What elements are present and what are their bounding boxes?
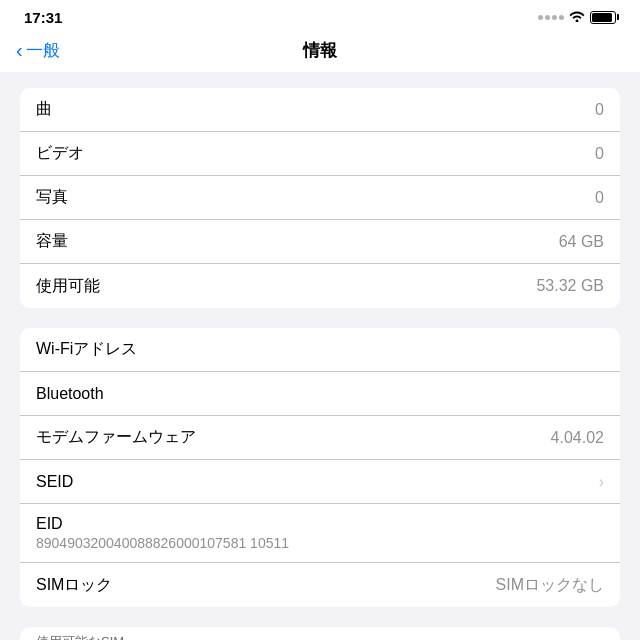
videos-value: 0 — [595, 145, 604, 163]
section-sim: 使用可能なSIM IMEI 35 737209 226007 6 IMEI2 3… — [20, 627, 620, 640]
bluetooth-label: Bluetooth — [36, 385, 104, 403]
eid-label: EID — [36, 515, 63, 533]
seid-label: SEID — [36, 473, 73, 491]
row-bluetooth: Bluetooth — [20, 372, 620, 416]
photos-label: 写真 — [36, 187, 68, 208]
row-seid[interactable]: SEID › — [20, 460, 620, 504]
status-icons — [538, 9, 616, 25]
row-available: 使用可能 53.32 GB — [20, 264, 620, 308]
phone-frame: 17:31 ‹ 一般 情報 — [0, 0, 640, 640]
photos-value: 0 — [595, 189, 604, 207]
seid-chevron-icon: › — [599, 473, 604, 491]
songs-value: 0 — [595, 101, 604, 119]
row-eid: EID 890490320040088826000107581 10511 — [20, 504, 620, 563]
back-arrow-icon: ‹ — [16, 40, 23, 60]
row-wifi-address: Wi-Fiアドレス — [20, 328, 620, 372]
section-network: Wi-Fiアドレス Bluetooth モデムファームウェア 4.04.02 S… — [20, 328, 620, 607]
status-time: 17:31 — [24, 9, 62, 26]
eid-value: 890490320040088826000107581 10511 — [36, 535, 289, 551]
back-button[interactable]: ‹ 一般 — [16, 39, 60, 62]
signal-dots-icon — [538, 15, 564, 20]
wifi-icon — [569, 9, 585, 25]
status-bar: 17:31 — [0, 0, 640, 32]
row-modem-firmware: モデムファームウェア 4.04.02 — [20, 416, 620, 460]
available-value: 53.32 GB — [536, 277, 604, 295]
capacity-value: 64 GB — [559, 233, 604, 251]
row-capacity: 容量 64 GB — [20, 220, 620, 264]
videos-label: ビデオ — [36, 143, 84, 164]
section-media-storage: 曲 0 ビデオ 0 写真 0 容量 64 GB 使用可能 53.32 GB — [20, 88, 620, 308]
back-label: 一般 — [26, 39, 60, 62]
nav-title: 情報 — [303, 39, 337, 62]
battery-icon — [590, 11, 616, 24]
sim-lock-value: SIMロックなし — [496, 575, 604, 596]
row-sim-lock: SIMロック SIMロックなし — [20, 563, 620, 607]
nav-bar: ‹ 一般 情報 — [0, 32, 640, 72]
modem-firmware-label: モデムファームウェア — [36, 427, 196, 448]
sim-section-header: 使用可能なSIM — [20, 627, 620, 640]
available-label: 使用可能 — [36, 276, 100, 297]
row-photos: 写真 0 — [20, 176, 620, 220]
modem-firmware-value: 4.04.02 — [551, 429, 604, 447]
wifi-address-label: Wi-Fiアドレス — [36, 339, 137, 360]
songs-label: 曲 — [36, 99, 52, 120]
row-videos: ビデオ 0 — [20, 132, 620, 176]
row-songs: 曲 0 — [20, 88, 620, 132]
sim-lock-label: SIMロック — [36, 575, 112, 596]
content-area: 曲 0 ビデオ 0 写真 0 容量 64 GB 使用可能 53.32 GB — [0, 72, 640, 640]
capacity-label: 容量 — [36, 231, 68, 252]
